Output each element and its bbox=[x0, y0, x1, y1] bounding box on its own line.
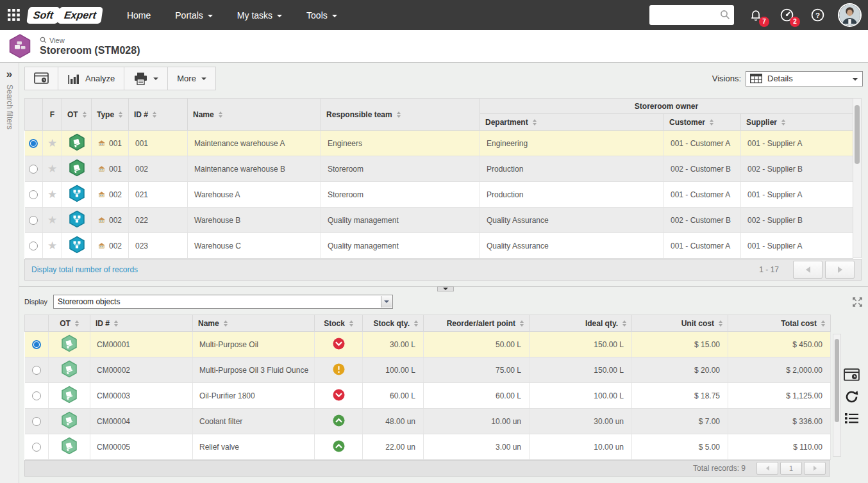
app-launcher-button[interactable] bbox=[8, 9, 20, 21]
col-customer[interactable]: Customer bbox=[664, 114, 741, 131]
splitter-handle[interactable] bbox=[437, 286, 454, 291]
sort-icon[interactable] bbox=[219, 111, 222, 118]
sort-icon[interactable] bbox=[349, 320, 353, 327]
stock-qty: 100.00 L bbox=[363, 357, 424, 383]
col-stock[interactable]: Stock bbox=[315, 315, 363, 332]
refresh-button[interactable] bbox=[844, 389, 859, 404]
storeroom-row[interactable]: ★ 002022Warehouse BQuality managementQua… bbox=[25, 208, 853, 233]
display-total-records-link[interactable]: Display total number of records bbox=[31, 265, 138, 274]
sort-icon[interactable] bbox=[781, 119, 785, 126]
next-page-button[interactable] bbox=[804, 462, 826, 475]
list-view-button[interactable] bbox=[844, 413, 859, 424]
current-page-button[interactable]: 1 bbox=[780, 462, 802, 475]
objects-vertical-scrollbar[interactable] bbox=[833, 334, 841, 457]
sort-icon[interactable] bbox=[224, 320, 228, 327]
favorite-star-icon[interactable]: ★ bbox=[47, 188, 57, 201]
view-magnifier-icon bbox=[40, 37, 47, 44]
nav-home[interactable]: Home bbox=[117, 6, 160, 24]
storeroom-name: Warehouse A bbox=[188, 182, 321, 208]
expand-filters-button[interactable]: » bbox=[6, 68, 12, 81]
col-type[interactable]: Type bbox=[92, 99, 129, 131]
favorite-star-icon[interactable]: ★ bbox=[47, 163, 57, 175]
sort-icon[interactable] bbox=[114, 320, 118, 327]
storerooms-vertical-scrollbar[interactable] bbox=[853, 98, 862, 258]
favorite-star-icon[interactable]: ★ bbox=[47, 240, 57, 252]
nav-tools[interactable]: Tools bbox=[297, 6, 347, 24]
row-select-radio[interactable] bbox=[29, 242, 38, 250]
next-page-button[interactable] bbox=[825, 261, 855, 279]
storeroom-row[interactable]: ★ 001002Maintenance warehouse BStoreroom… bbox=[25, 156, 853, 182]
maximize-panel-button[interactable] bbox=[852, 297, 863, 307]
sort-icon[interactable] bbox=[153, 111, 156, 118]
col-supplier[interactable]: Supplier bbox=[741, 114, 853, 131]
nav-my-tasks[interactable]: My tasks bbox=[228, 6, 292, 24]
help-button[interactable]: ? bbox=[808, 6, 826, 24]
row-select-radio[interactable] bbox=[32, 443, 41, 452]
col-id[interactable]: ID # bbox=[90, 315, 193, 332]
view-screen-button[interactable] bbox=[25, 67, 58, 90]
row-select-radio[interactable] bbox=[32, 366, 41, 375]
sort-icon[interactable] bbox=[414, 320, 418, 327]
more-button[interactable]: More bbox=[168, 67, 215, 90]
storeroom-object-row[interactable]: CM00003Oil-Purifier 1800 60.00 L60.00 L1… bbox=[25, 383, 831, 409]
col-total-cost[interactable]: Total cost bbox=[728, 315, 831, 332]
storeroom-name: Warehouse B bbox=[188, 208, 321, 233]
row-select-radio[interactable] bbox=[29, 165, 38, 174]
row-select-radio[interactable] bbox=[29, 139, 38, 148]
storeroom-object-row[interactable]: CM00004Coolant filter 48.00 un10.00 un30… bbox=[25, 409, 831, 434]
user-avatar[interactable] bbox=[839, 4, 860, 26]
col-ot[interactable]: OT bbox=[49, 315, 90, 332]
storeroom-row[interactable]: ★ 002021Warehouse AStoreroomProduction00… bbox=[25, 182, 853, 208]
row-select-radio[interactable] bbox=[29, 216, 38, 225]
col-department[interactable]: Department bbox=[480, 114, 664, 131]
sort-icon[interactable] bbox=[83, 111, 87, 118]
warehouse-type-icon bbox=[98, 215, 105, 225]
visions-select[interactable]: Details bbox=[746, 71, 863, 86]
prev-page-button[interactable] bbox=[756, 462, 778, 475]
prev-page-button[interactable] bbox=[793, 261, 822, 279]
favorite-star-icon[interactable]: ★ bbox=[47, 137, 57, 149]
search-icon[interactable] bbox=[720, 10, 730, 20]
col-id[interactable]: ID # bbox=[129, 99, 188, 131]
col-reorder[interactable]: Reorder/alert point bbox=[424, 315, 530, 332]
display-select[interactable]: Storeroom objects bbox=[53, 295, 393, 309]
notifications-button[interactable]: 7 bbox=[747, 6, 765, 24]
sort-icon[interactable] bbox=[119, 111, 122, 118]
panel-splitter[interactable] bbox=[19, 286, 868, 288]
storeroom-row[interactable]: ★ 001001Maintenance warehouse AEngineers… bbox=[25, 131, 853, 156]
storeroom-object-row[interactable]: CM00005Relief valve 22.00 un3.00 un10.00… bbox=[25, 434, 831, 460]
scrollbar-thumb[interactable] bbox=[855, 105, 860, 164]
col-unit-cost[interactable]: Unit cost bbox=[632, 315, 728, 332]
print-dropdown-caret[interactable] bbox=[153, 78, 158, 80]
analyze-button[interactable]: Analyze bbox=[58, 67, 124, 90]
storeroom-row[interactable]: ★ 002023Warehouse CQuality managementQua… bbox=[25, 233, 853, 259]
row-select-radio[interactable] bbox=[32, 391, 41, 400]
storeroom-object-row[interactable]: CM00002Multi-Purpose Oil 3 Fluid Ounce 1… bbox=[25, 357, 831, 383]
sort-icon[interactable] bbox=[710, 119, 714, 126]
favorite-star-icon[interactable]: ★ bbox=[47, 214, 57, 226]
col-name[interactable]: Name bbox=[193, 315, 315, 332]
sort-icon[interactable] bbox=[75, 320, 79, 327]
row-select-radio[interactable] bbox=[29, 190, 38, 199]
sort-icon[interactable] bbox=[821, 320, 825, 327]
select-dropdown-button[interactable] bbox=[381, 296, 392, 307]
col-name[interactable]: Name bbox=[188, 99, 321, 131]
pending-activities-button[interactable]: 2 bbox=[778, 6, 796, 24]
row-select-radio[interactable] bbox=[32, 340, 41, 349]
col-ot[interactable]: OT bbox=[62, 99, 92, 131]
col-ideal[interactable]: Ideal qty. bbox=[530, 315, 632, 332]
view-screen-side-button[interactable] bbox=[844, 368, 860, 382]
sort-icon[interactable] bbox=[520, 320, 524, 327]
sort-icon[interactable] bbox=[719, 320, 722, 327]
storeroom-object-row[interactable]: CM00001Multi-Purpose Oil 30.00 L50.00 L1… bbox=[25, 332, 831, 357]
nav-portals[interactable]: Portals bbox=[165, 6, 222, 24]
scrollbar-thumb[interactable] bbox=[835, 339, 839, 422]
print-button[interactable] bbox=[124, 67, 168, 90]
arrow-left-icon bbox=[766, 466, 769, 471]
col-team[interactable]: Responsible team bbox=[321, 99, 480, 131]
sort-icon[interactable] bbox=[533, 119, 537, 126]
row-select-radio[interactable] bbox=[32, 417, 41, 426]
sort-icon[interactable] bbox=[622, 320, 626, 327]
sort-icon[interactable] bbox=[397, 111, 401, 118]
col-stock-qty[interactable]: Stock qty. bbox=[363, 315, 424, 332]
